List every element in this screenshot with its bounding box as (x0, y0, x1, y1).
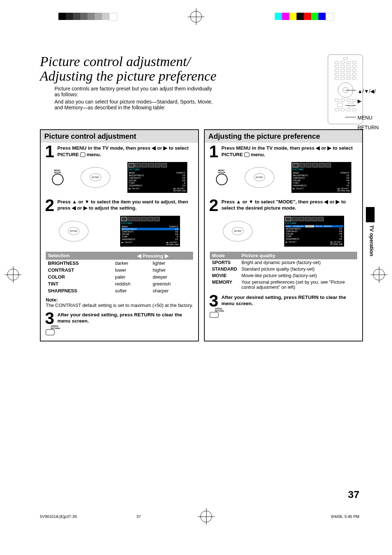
page-title: Picture control adjustment/ Adjusting th… (40, 54, 216, 84)
left-step3-text: After your desired setting, press RETURN… (57, 312, 194, 324)
picture-menu-icon (80, 153, 85, 157)
right-column: Adjusting the picture preference 1 Press… (204, 129, 363, 341)
selection-table: Selection◀ Pressing ▶ BRIGHTNESSdarkerli… (46, 252, 193, 294)
intro-paragraph-1: Picture controls are factory preset but … (54, 86, 214, 97)
side-section-label: TV operation (369, 225, 375, 256)
osd-screen-3: PICTURE MODESPORTS BRIGHTNESS25 CONTRAST… (291, 162, 351, 193)
registration-mark-icon (7, 269, 19, 280)
footer-center: 37 (136, 514, 141, 519)
print-registration-row (0, 11, 392, 23)
remote-arrows-label: ▲/▼/◀/▶ (358, 86, 379, 106)
left-step2-text: Press ▲ or ▼ to select the item you want… (57, 199, 194, 211)
remote-menu-label: MENU (358, 113, 379, 123)
color-bar-wedge (275, 13, 334, 21)
nav-pad-icon: ENTER (223, 221, 253, 242)
osd-screen-1: PICTURE MODESPORTS BRIGHTNESS25 CONTRAST… (127, 162, 187, 193)
footer-right: 8/4/06, 5:45 PM (331, 514, 359, 519)
osd-screen-2: PICTURE MODESPORTS BRIGHTNESS25 CONTRAST… (120, 216, 180, 247)
intro-paragraph-2: And also you can select four picture mod… (54, 99, 214, 110)
step-number-2: 2 (45, 199, 54, 212)
left-step1-text: Press MENU in the TV mode, then press ◀ … (57, 145, 194, 158)
step-number-3: 3 (45, 312, 54, 325)
right-column-heading: Adjusting the picture preference (205, 130, 362, 143)
page-number: 37 (348, 489, 359, 501)
remote-return-label: RETURN (358, 123, 379, 133)
gray-step-wedge (58, 13, 117, 21)
nav-pad-icon: ENTER (245, 167, 274, 188)
footer-left: 5V90101A [E]p37-39 (40, 514, 77, 519)
registration-mark-icon (200, 511, 212, 522)
step-number-3: 3 (209, 294, 219, 308)
nav-pad-icon: ENTER (81, 167, 110, 188)
osd-screen-4: PICTURE MODESTANDARDSPORTSMOVIEMEMORY BR… (284, 216, 344, 247)
page-content: Picture control adjustment/ Adjusting th… (40, 54, 363, 501)
note-block: Note: The CONTRAST default setting is se… (41, 296, 198, 309)
print-footer: 5V90101A [E]p37-39 37 8/4/06, 5:45 PM (40, 511, 359, 522)
left-column: Picture control adjustment 1 Press MENU … (40, 129, 199, 341)
nav-pad-icon: ENTER (59, 221, 89, 242)
picture-menu-icon (244, 153, 249, 157)
right-step2-text: Press ▲ or ▼ to select "MODE", then pres… (221, 199, 358, 211)
return-button-label: SPEED RETURN (215, 308, 357, 312)
side-thumb-tab (366, 207, 375, 222)
menu-button-icon: MENU SETUP (216, 169, 228, 185)
return-button-label: SPEED RETURN (51, 325, 193, 329)
return-button-icon (46, 329, 54, 335)
menu-button-icon: MENU SETUP (52, 169, 64, 185)
step-number-2: 2 (209, 199, 219, 212)
right-step1-text: Press MENU in the TV mode, then press ◀ … (221, 145, 358, 158)
return-button-icon (210, 312, 219, 318)
registration-mark-icon (373, 269, 385, 280)
mode-table: ModePicture quality SPORTSBright and dyn… (210, 252, 357, 291)
step-number-1: 1 (209, 145, 219, 158)
registration-mark-icon (190, 11, 202, 23)
right-step3-text: After your desired setting, press RETURN… (221, 294, 358, 307)
left-column-heading: Picture control adjustment (41, 130, 198, 143)
step-number-1: 1 (45, 145, 54, 158)
